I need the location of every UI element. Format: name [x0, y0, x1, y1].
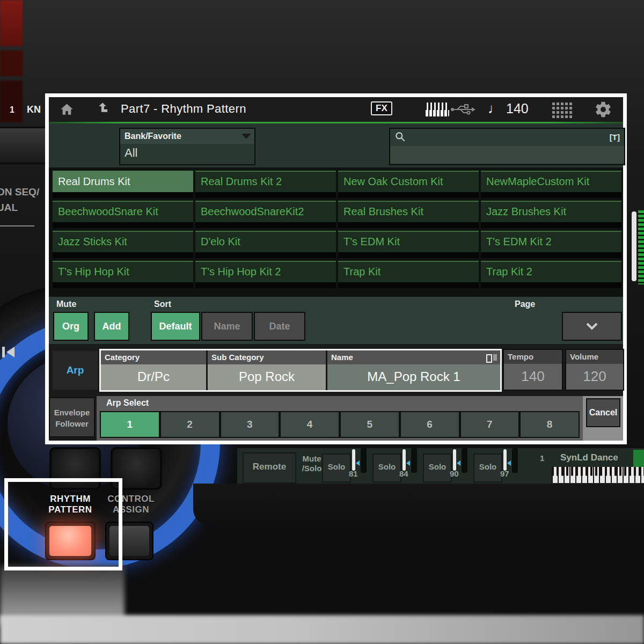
tempo-box-label: Tempo: [504, 350, 562, 364]
envelope-follower-tab[interactable]: Envelope Follower: [49, 397, 95, 437]
arp-slot-6[interactable]: 6: [400, 411, 460, 438]
text-input-tag: [T]: [610, 133, 620, 142]
kit-label: New Oak Custom Kit: [338, 171, 479, 192]
solo-button-1[interactable]: Solo: [322, 453, 351, 482]
solo-button-2[interactable]: Solo: [372, 453, 401, 482]
screen-bezel-band: [193, 484, 644, 525]
kit-cell[interactable]: Jazz Sticks Kit: [53, 231, 193, 258]
envelope-line1: Envelope: [50, 407, 94, 418]
page-title: Part7 - Rhythm Pattern: [121, 102, 246, 116]
kit-cell[interactable]: NewMapleCustom Kit: [481, 171, 621, 198]
arp-tab[interactable]: Arp: [53, 351, 98, 390]
kit-label: Jazz Brushes Kit: [481, 201, 621, 222]
mute-section-label: Mute: [56, 299, 76, 309]
bank-favorite-dropdown[interactable]: Bank/Favorite All: [119, 128, 255, 165]
kit-label: BeechwoodSnare Kit: [53, 201, 193, 222]
arp-slot-4[interactable]: 4: [280, 411, 340, 438]
kit-cell[interactable]: T's Hip Hop Kit: [53, 261, 193, 288]
part-number: 1: [540, 453, 544, 463]
kit-substrip: [195, 252, 336, 258]
keyboard-icon[interactable]: [425, 103, 449, 116]
kit-cell[interactable]: T's Hip Hop Kit 2: [195, 261, 336, 288]
fader-2[interactable]: [402, 449, 406, 471]
kit-cell[interactable]: BeechwoodSnare Kit: [53, 201, 193, 228]
kit-cell[interactable]: Real Drums Kit: [53, 171, 193, 198]
tempo-display[interactable]: ♩ 140: [488, 100, 529, 117]
level-meter-white: [632, 211, 636, 281]
mute-org-button[interactable]: Org: [53, 312, 89, 341]
kit-label: T's Hip Hop Kit: [53, 261, 193, 282]
fader-3[interactable]: [453, 449, 456, 471]
arp-slot-1[interactable]: 1: [100, 411, 160, 438]
fx-badge[interactable]: FX: [371, 101, 392, 115]
kit-substrip: [338, 222, 479, 228]
arp-slot-7[interactable]: 7: [460, 411, 520, 438]
bottom-row: Envelope Follower Arp Select 1 2 3 4 5 6…: [49, 396, 623, 441]
fader-slot-3[interactable]: [462, 448, 467, 473]
solo-button-3[interactable]: Solo: [423, 453, 452, 482]
skip-back-icon: [2, 347, 14, 357]
sort-default-button[interactable]: Default: [151, 312, 200, 341]
fader-slot-1[interactable]: [361, 448, 367, 473]
arp-slot-2[interactable]: 2: [160, 411, 220, 438]
page-dropdown-button[interactable]: [562, 312, 622, 341]
red-led-strip-2: [0, 50, 23, 76]
search-input-area[interactable]: [390, 146, 624, 163]
cancel-button[interactable]: Cancel: [586, 398, 620, 427]
subcategory-column[interactable]: Sub Category Pop Rock: [206, 350, 326, 390]
name-column[interactable]: Name MA_Pop Rock 1: [326, 350, 500, 390]
kit-cell[interactable]: BeechwoodSnareKit2: [195, 201, 336, 228]
kit-cell[interactable]: Trap Kit: [338, 261, 479, 288]
tempo-box[interactable]: Tempo 140: [503, 349, 563, 391]
quarter-note-icon: ♩: [488, 100, 502, 117]
remote-button[interactable]: Remote: [243, 452, 296, 484]
kit-cell[interactable]: D'elo Kit: [195, 231, 336, 258]
fader-marker-3: [457, 460, 460, 466]
sort-name-button[interactable]: Name: [201, 312, 253, 341]
level-meter-green: [638, 210, 644, 284]
subcategory-header: Sub Category: [208, 350, 326, 364]
gear-icon[interactable]: [594, 100, 612, 119]
kit-cell[interactable]: Real Drums Kit 2: [195, 171, 336, 198]
kit-substrip: [481, 252, 621, 258]
arp-slot-5[interactable]: 5: [340, 411, 400, 438]
arp-slot-8[interactable]: 8: [519, 411, 580, 438]
fader-4[interactable]: [503, 449, 507, 471]
kit-label: NewMapleCustom Kit: [481, 171, 621, 192]
kit-cell[interactable]: T's EDM Kit: [338, 231, 479, 258]
search-field[interactable]: [T]: [389, 128, 625, 165]
hardware-display-button: [0, 127, 50, 164]
fader-1[interactable]: [352, 449, 355, 471]
kit-substrip: [195, 192, 336, 198]
volume-box[interactable]: Volume 120: [565, 349, 624, 391]
chevron-down-icon: [584, 321, 600, 332]
filter-strip: Bank/Favorite All [T]: [49, 123, 623, 167]
fader-value-2: 84: [399, 469, 408, 478]
kit-cell[interactable]: T's EDM Kit 2: [481, 231, 621, 258]
home-icon[interactable]: [60, 102, 74, 116]
kit-cell[interactable]: Real Brushes Kit: [338, 201, 479, 228]
kit-substrip: [338, 192, 479, 198]
category-column[interactable]: Category Dr/Pc: [101, 350, 206, 390]
fader-slot-4[interactable]: [512, 448, 518, 473]
exit-up-icon[interactable]: [97, 101, 112, 116]
fader-slot-2[interactable]: [411, 448, 417, 473]
kit-cell[interactable]: Trap Kit 2: [481, 261, 621, 288]
solo-button-4[interactable]: Solo: [473, 453, 502, 482]
fader-marker-1: [356, 460, 360, 466]
mute-add-button[interactable]: Add: [94, 312, 129, 341]
quick-setup-grid-icon[interactable]: [552, 103, 555, 105]
kit-label: Real Brushes Kit: [338, 201, 479, 222]
arp-slot-3[interactable]: 3: [220, 411, 280, 438]
bank-favorite-header: Bank/Favorite: [120, 129, 254, 144]
arp-select-panel: Arp Select 1 2 3 4 5 6 7 8: [97, 396, 583, 441]
arp-select-label: Arp Select: [106, 398, 149, 408]
bank-favorite-label: Bank/Favorite: [120, 131, 241, 141]
motion-seq-line2: UAL: [0, 200, 39, 216]
kit-cell[interactable]: New Oak Custom Kit: [338, 171, 479, 198]
fader-value-1: 81: [349, 469, 358, 478]
sort-date-button[interactable]: Date: [254, 312, 305, 341]
envelope-line2: Follower: [50, 418, 94, 429]
fader-value-4: 97: [500, 469, 509, 478]
kit-cell[interactable]: Jazz Brushes Kit: [481, 201, 621, 228]
